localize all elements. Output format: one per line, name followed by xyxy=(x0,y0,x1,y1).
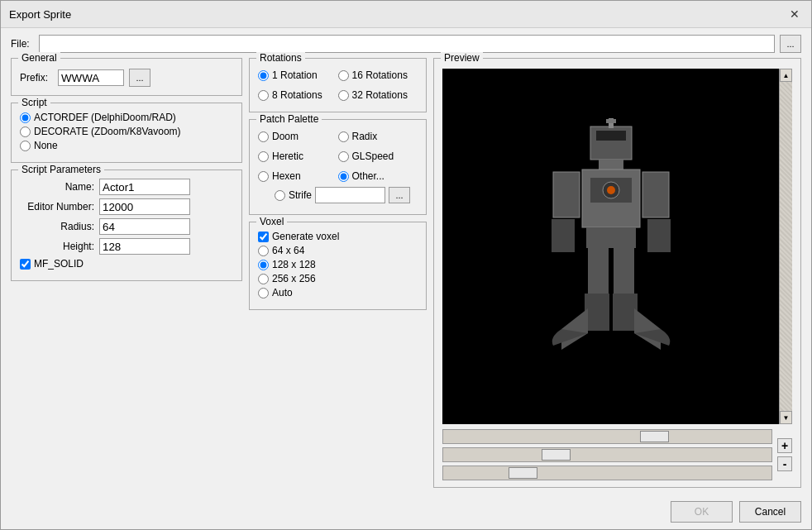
voxel-auto-input[interactable] xyxy=(258,288,269,298)
script-radio-none-input[interactable] xyxy=(20,141,31,151)
script-radio-decorate-input[interactable] xyxy=(20,127,31,137)
palette-strife-row: Strife ... xyxy=(275,187,418,203)
palette-glspeed-label: GLSpeed xyxy=(352,150,394,162)
palette-glspeed-input[interactable] xyxy=(338,151,349,162)
height-label: Height: xyxy=(20,241,94,252)
palette-hexen-row[interactable]: Hexen xyxy=(258,170,338,182)
voxel-256-label: 256 x 256 xyxy=(272,273,316,284)
rotations-content: 1 Rotation 16 Rotations 8 Rotations xyxy=(258,67,418,103)
file-browse-button[interactable]: ... xyxy=(780,35,801,53)
rotation-16-input[interactable] xyxy=(338,70,349,81)
palette-heretic-input[interactable] xyxy=(258,151,269,162)
editor-input[interactable] xyxy=(99,198,190,215)
mf-solid-checkbox[interactable] xyxy=(20,259,31,270)
svg-rect-12 xyxy=(647,219,671,252)
palette-doom-input[interactable] xyxy=(258,131,269,142)
vscrollbar-up-btn[interactable]: ▲ xyxy=(780,69,792,82)
rotation-8-input[interactable] xyxy=(258,90,269,101)
footer: OK Cancel xyxy=(1,494,811,529)
palette-hexen-label: Hexen xyxy=(272,170,301,182)
palette-other-row[interactable]: Other... xyxy=(338,170,418,182)
prefix-row: Prefix: ... xyxy=(20,69,233,87)
palette-strife-input[interactable] xyxy=(275,190,285,201)
slider3-thumb[interactable] xyxy=(509,467,537,479)
script-content: ACTORDEF (DelphiDoom/RAD) DECORATE (ZDoo… xyxy=(20,112,233,151)
rotation-32-row[interactable]: 32 Rotations xyxy=(338,89,418,101)
slider2-thumb[interactable] xyxy=(542,449,571,461)
plus-button[interactable]: + xyxy=(777,438,792,453)
svg-rect-14 xyxy=(588,248,609,294)
plus-minus-col: + - xyxy=(777,438,792,471)
vscrollbar-down-btn[interactable]: ▼ xyxy=(780,411,792,424)
titlebar: Export Sprite ✕ xyxy=(1,1,811,28)
voxel-64-row[interactable]: 64 x 64 xyxy=(258,245,418,256)
minus-button[interactable]: - xyxy=(777,456,792,471)
radius-row: Radius: xyxy=(20,218,233,235)
palette-radix-label: Radix xyxy=(352,131,378,142)
script-decorate-label: DECORATE (ZDoom/K8Vavoom) xyxy=(34,126,181,137)
rotation-1-input[interactable] xyxy=(258,70,269,81)
prefix-label: Prefix: xyxy=(20,72,53,84)
prefix-input[interactable] xyxy=(58,69,124,86)
patch-palette-group: Patch Palette Doom Radix xyxy=(249,119,427,215)
voxel-256-row[interactable]: 256 x 256 xyxy=(258,273,418,284)
palette-doom-row[interactable]: Doom xyxy=(258,131,338,142)
preview-vscrollbar[interactable]: ▲ ▼ xyxy=(779,69,792,424)
general-title: General xyxy=(18,52,60,64)
ok-button[interactable]: OK xyxy=(671,501,733,523)
slider2-track[interactable] xyxy=(442,447,772,462)
script-group: Script ACTORDEF (DelphiDoom/RAD) DECORAT… xyxy=(11,103,242,163)
palette-other-input[interactable] xyxy=(338,171,349,182)
voxel-128-label: 128 x 128 xyxy=(272,259,316,270)
preview-group: Preview xyxy=(433,58,801,488)
name-input[interactable] xyxy=(99,179,190,195)
svg-point-8 xyxy=(607,186,615,194)
svg-rect-13 xyxy=(586,227,636,248)
script-none-label: None xyxy=(34,140,58,151)
rotation-16-row[interactable]: 16 Rotations xyxy=(338,69,418,81)
voxel-128-input[interactable] xyxy=(258,260,269,270)
voxel-64-input[interactable] xyxy=(258,246,269,256)
strife-browse-button[interactable]: ... xyxy=(389,187,410,203)
palette-hexen-input[interactable] xyxy=(258,171,269,182)
rotation-32-input[interactable] xyxy=(338,90,349,101)
rotation-8-row[interactable]: 8 Rotations xyxy=(258,89,338,101)
rotation-1-row[interactable]: 1 Rotation xyxy=(258,69,338,81)
script-radio-actordef-input[interactable] xyxy=(20,112,31,123)
cancel-button[interactable]: Cancel xyxy=(739,501,801,523)
svg-rect-17 xyxy=(613,294,638,331)
svg-rect-9 xyxy=(553,172,580,217)
strife-input[interactable] xyxy=(315,187,385,203)
general-group: General Prefix: ... xyxy=(11,58,242,96)
mf-solid-row[interactable]: MF_SOLID xyxy=(20,258,233,270)
generate-voxel-row[interactable]: Generate voxel xyxy=(258,231,418,242)
script-radio-none[interactable]: None xyxy=(20,140,233,151)
palette-radix-input[interactable] xyxy=(338,131,349,142)
slider3-track[interactable] xyxy=(442,466,772,480)
file-label: File: xyxy=(11,38,34,50)
close-button[interactable]: ✕ xyxy=(786,6,803,22)
generate-voxel-checkbox[interactable] xyxy=(258,232,269,242)
slider1-thumb[interactable] xyxy=(640,431,669,442)
slider1-track[interactable] xyxy=(442,429,772,444)
palette-radix-row[interactable]: Radix xyxy=(338,131,418,142)
palette-heretic-row[interactable]: Heretic xyxy=(258,150,338,162)
radius-input[interactable] xyxy=(99,218,190,235)
script-radio-decorate[interactable]: DECORATE (ZDoom/K8Vavoom) xyxy=(20,126,233,137)
rotations-title: Rotations xyxy=(256,52,305,64)
robot-sprite xyxy=(537,118,685,375)
voxel-256-input[interactable] xyxy=(258,274,269,284)
voxel-auto-row[interactable]: Auto xyxy=(258,287,418,298)
svg-rect-15 xyxy=(614,248,634,294)
main-content: General Prefix: ... Script xyxy=(11,58,801,488)
voxel-title: Voxel xyxy=(256,216,287,227)
voxel-128-row[interactable]: 128 x 128 xyxy=(258,259,418,270)
file-input[interactable] xyxy=(39,35,775,53)
height-input[interactable] xyxy=(99,238,190,255)
svg-rect-4 xyxy=(599,160,623,170)
script-radio-actordef[interactable]: ACTORDEF (DelphiDoom/RAD) xyxy=(20,112,233,123)
palette-glspeed-row[interactable]: GLSpeed xyxy=(338,150,418,162)
patch-palette-title: Patch Palette xyxy=(256,113,322,125)
export-sprite-dialog: Export Sprite ✕ File: ... General Prefix… xyxy=(0,0,812,530)
general-browse-button[interactable]: ... xyxy=(129,69,150,87)
